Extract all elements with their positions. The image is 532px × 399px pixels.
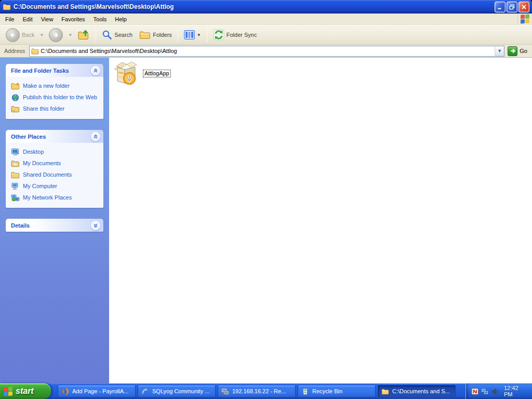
minimize-button[interactable] — [495, 2, 506, 12]
back-label: Back — [22, 32, 34, 38]
address-dropdown-button[interactable]: ▼ — [495, 46, 504, 56]
task-label: My Documents — [23, 159, 61, 167]
menu-tools[interactable]: Tools — [89, 15, 111, 24]
up-folder-icon — [77, 29, 90, 41]
task-label: Recycle Bin — [312, 388, 342, 394]
folder-sync-label: Folder Sync — [227, 32, 257, 38]
task-label: Make a new folder — [23, 82, 70, 89]
back-dropdown-arrow[interactable]: ▼ — [38, 33, 45, 37]
folders-icon — [139, 30, 151, 39]
new-folder-icon — [11, 82, 20, 90]
close-button[interactable] — [518, 2, 529, 12]
search-label: Search — [114, 32, 132, 38]
go-arrow-icon — [508, 46, 517, 56]
task-button-remote-desktop[interactable]: 192.168.16.22 - Re... — [218, 385, 296, 397]
task-label: 192.168.16.22 - Re... — [232, 388, 286, 394]
views-button[interactable]: ▼ — [181, 29, 204, 41]
start-button[interactable]: start — [0, 383, 51, 399]
folders-button[interactable]: Folders — [137, 29, 175, 41]
desktop-icon — [11, 148, 20, 156]
task-button-sqlyog[interactable]: SQLyog Community ... — [138, 385, 216, 397]
details-panel: Details — [6, 219, 103, 232]
menu-edit[interactable]: Edit — [19, 15, 37, 24]
task-button-explorer[interactable]: C:\Documents and S... — [378, 385, 456, 397]
publish-folder-link[interactable]: Publish this folder to the Web — [11, 94, 100, 101]
shared-documents-link[interactable]: Shared Documents — [11, 171, 100, 179]
other-places-header[interactable]: Other Places — [6, 130, 103, 143]
menu-favorites[interactable]: Favorites — [57, 15, 89, 24]
go-button[interactable]: Go — [504, 46, 530, 56]
make-new-folder-link[interactable]: Make a new folder — [11, 82, 100, 90]
forward-dropdown-arrow[interactable]: ▼ — [67, 33, 73, 37]
forward-button[interactable] — [46, 26, 65, 44]
views-dropdown-arrow[interactable]: ▼ — [197, 33, 201, 37]
red-app-tray-icon[interactable] — [471, 388, 478, 395]
windows-flag-icon — [4, 387, 12, 396]
folder-sync-icon — [213, 29, 224, 41]
task-label: Add Page - PayrollA... — [72, 388, 128, 394]
toolbar-separator — [178, 28, 178, 42]
recycle-bin-icon — [301, 388, 309, 395]
file-item-attlogapp[interactable]: AttlogApp — [113, 60, 171, 86]
volume-tray-icon[interactable] — [491, 388, 499, 395]
my-computer-icon — [11, 182, 20, 190]
search-button[interactable]: Search — [99, 28, 135, 42]
search-icon — [102, 30, 112, 40]
my-documents-link[interactable]: My Documents — [11, 159, 100, 167]
shared-documents-icon — [11, 171, 20, 179]
task-label: SQLyog Community ... — [152, 388, 209, 394]
task-button-recycle-bin[interactable]: Recycle Bin — [298, 385, 376, 397]
titlebar: C:\Documents and Settings\Marvelsoft\Des… — [0, 0, 532, 14]
panel-body: Make a new folder Publish this folder to… — [6, 77, 103, 119]
back-icon — [6, 28, 20, 42]
panel-title: File and Folder Tasks — [11, 68, 69, 74]
back-button[interactable]: Back — [3, 26, 37, 44]
menu-help[interactable]: Help — [111, 15, 131, 24]
my-documents-icon — [11, 159, 20, 167]
network-places-icon — [11, 194, 20, 202]
task-button-firefox[interactable]: Add Page - PayrollA... — [58, 385, 136, 397]
file-folder-tasks-header[interactable]: File and Folder Tasks — [6, 64, 103, 77]
start-label: start — [16, 387, 34, 396]
folders-label: Folders — [153, 32, 172, 38]
firefox-icon — [61, 388, 69, 395]
forward-icon — [49, 28, 63, 42]
network-tray-icon[interactable] — [481, 388, 488, 395]
file-list-area[interactable]: AttlogApp — [109, 58, 532, 383]
task-pane-sidebar: File and Folder Tasks Make a new folder — [0, 58, 109, 383]
file-label[interactable]: AttlogApp — [143, 70, 171, 77]
panel-title: Details — [11, 222, 30, 229]
desktop-link[interactable]: Desktop — [11, 148, 100, 156]
address-input[interactable] — [39, 48, 495, 54]
chevron-down-icon[interactable] — [91, 221, 100, 230]
chevron-up-icon[interactable] — [91, 132, 100, 141]
task-label: C:\Documents and S... — [392, 388, 450, 394]
menu-file[interactable]: File — [1, 15, 19, 24]
address-bar: Address ▼ Go — [0, 45, 532, 58]
publish-web-icon — [11, 94, 20, 101]
details-header[interactable]: Details — [6, 219, 103, 232]
folder-sync-button[interactable]: Folder Sync — [210, 28, 260, 42]
my-computer-link[interactable]: My Computer — [11, 182, 100, 190]
sqlyog-icon — [141, 388, 149, 395]
share-folder-link[interactable]: Share this folder — [11, 105, 100, 113]
restore-button[interactable] — [507, 2, 517, 12]
taskbar-clock[interactable]: 12:42 PM — [504, 385, 527, 397]
panel-body: Desktop My Documents — [6, 143, 103, 208]
explorer-content: File and Folder Tasks Make a new folder — [0, 58, 532, 383]
windows-logo-icon — [517, 14, 532, 25]
toolbar-separator — [96, 28, 96, 42]
taskbar: start Add Page - PayrollA... SQLyog Comm… — [0, 383, 532, 399]
file-folder-tasks-panel: File and Folder Tasks Make a new folder — [6, 64, 103, 119]
explorer-window: C:\Documents and Settings\Marvelsoft\Des… — [0, 0, 532, 399]
menu-view[interactable]: View — [37, 15, 58, 24]
chevron-up-icon[interactable] — [91, 66, 100, 75]
up-button[interactable] — [75, 27, 92, 43]
task-label: My Computer — [23, 182, 57, 190]
system-tray: 12:42 PM — [466, 383, 532, 399]
views-icon — [184, 30, 195, 39]
my-network-places-link[interactable]: My Network Places — [11, 194, 100, 202]
toolbar: Back ▼ ▼ Search — [0, 25, 532, 45]
task-label: Shared Documents — [23, 171, 72, 178]
folder-icon — [381, 388, 389, 395]
